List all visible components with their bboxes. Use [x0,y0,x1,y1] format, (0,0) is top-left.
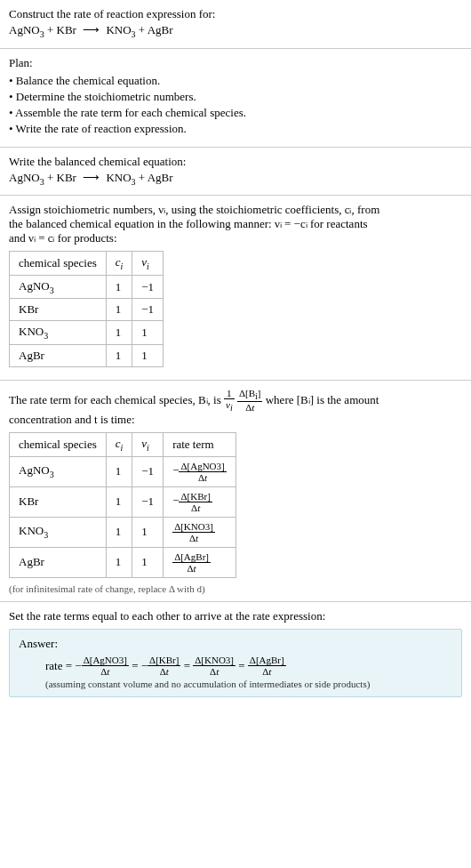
col-rate: rate term [164,433,236,457]
frac-num: Δ[KBr] [179,491,212,502]
final-section: Set the rate terms equal to each other t… [0,602,471,710]
species-cell: KBr [10,299,107,321]
table-header-row: chemical species ci νi [10,252,164,276]
plan-section: Plan: • Balance the chemical equation. •… [0,49,471,148]
table-row: AgBr 1 1 [10,344,164,366]
v-cell: 1 [132,344,164,366]
frac-den: Δt [148,666,180,677]
rate-frac: Δ[KBr]Δt [148,655,180,677]
v-cell: −1 [132,486,164,517]
plan-title: Plan: [9,56,462,70]
equals: = [184,658,194,671]
final-title: Set the rate terms equal to each other t… [9,609,462,623]
neg-sign: − [172,463,179,477]
plan-item: • Write the rate of reaction expression. [9,122,462,136]
v-cell: 1 [132,321,164,345]
c-cell: 1 [106,517,132,547]
col-c: ci [106,252,132,276]
stoich-intro-line: and νᵢ = cᵢ for products: [9,231,117,245]
species-cell: KNO3 [10,517,107,547]
plan-item: • Determine the stoichiometric numbers. [9,90,462,104]
rate-frac: Δ[AgNO3]Δt [82,655,129,677]
frac-num: Δ[AgNO3] [82,655,129,666]
equals: = [132,658,141,671]
frac-num: Δ[AgBr] [248,655,286,666]
rate-frac: Δ[AgBr]Δt [172,551,211,574]
frac-num: Δ[KBr] [148,655,180,666]
plan-list: • Balance the chemical equation. • Deter… [9,74,462,136]
frac-num: Δ[KNO3] [193,655,236,666]
frac-den: Δt [172,563,211,574]
col-species: chemical species [10,433,107,457]
answer-label: Answer: [19,637,452,651]
balanced-title: Write the balanced chemical equation: [9,155,462,169]
answer-box: Answer: rate = −Δ[AgNO3]Δt = −Δ[KBr]Δt =… [9,629,462,697]
table-row: KBr 1 −1 [10,299,164,321]
col-c: ci [106,433,132,457]
frac-den: Δt [193,666,236,677]
c-cell: 1 [106,456,132,486]
stoich-intro-line: the balanced chemical equation in the fo… [9,217,368,230]
c-cell: 1 [106,486,132,517]
v-cell: 1 [132,547,164,577]
c-cell: 1 [106,275,132,299]
frac-den: Δt [172,533,215,543]
rate-cell: −Δ[AgNO3]Δt [164,456,236,486]
neg-sign: − [75,658,81,671]
rate-frac: Δ[KNO3]Δt [193,655,236,677]
c-cell: 1 [106,344,132,366]
stoich-table: chemical species ci νi AgNO3 1 −1 KBr 1 … [9,251,164,367]
infinitesimal-note: (for infinitesimal rate of change, repla… [9,583,462,594]
rate-frac: Δ[AgNO3]Δt [179,461,226,483]
rateterm-intro-a: The rate term for each chemical species,… [9,393,224,406]
construct-prompt: Construct the rate of reaction expressio… [0,0,471,49]
balanced-equation: AgNO3 + KBr ⟶ KNO3 + AgBr [9,171,462,187]
rate-frac: Δ[KNO3]Δt [172,521,215,543]
stoich-section: Assign stoichiometric numbers, νᵢ, using… [0,196,471,381]
rateterm-intro: The rate term for each chemical species,… [9,388,462,413]
species-cell: AgBr [10,344,107,366]
dbi-dt-frac: Δ[Bi] Δt [237,388,263,413]
v-cell: −1 [132,456,164,486]
table-header-row: chemical species ci νi rate term [10,433,236,457]
unbalanced-equation: AgNO3 + KBr ⟶ KNO3 + AgBr [9,23,462,39]
stoich-intro: Assign stoichiometric numbers, νᵢ, using… [9,203,462,245]
rate-cell: −Δ[KBr]Δt [164,486,236,517]
plan-item: • Assemble the rate term for each chemic… [9,106,462,120]
rate-expression: rate = −Δ[AgNO3]Δt = −Δ[KBr]Δt = Δ[KNO3]… [19,655,452,677]
table-row: KBr 1 −1 −Δ[KBr]Δt [10,486,236,517]
neg-sign: − [172,494,179,507]
one-over-nu-frac: 1 νi [224,388,235,413]
table-row: AgBr 1 1 Δ[AgBr]Δt [10,547,236,577]
c-cell: 1 [106,547,132,577]
species-cell: KBr [10,486,107,517]
c-cell: 1 [106,299,132,321]
prompt-text: Construct the rate of reaction expressio… [9,7,462,21]
frac-den: νi [224,399,235,413]
table-row: KNO3 1 1 [10,321,164,345]
frac-num: Δ[AgBr] [172,551,211,563]
species-cell: AgNO3 [10,275,107,299]
species-cell: AgNO3 [10,456,107,486]
v-cell: 1 [132,517,164,547]
plan-item: • Balance the chemical equation. [9,74,462,88]
neg-sign: − [141,658,148,671]
rate-frac: Δ[KBr]Δt [179,491,212,513]
table-row: AgNO3 1 −1 −Δ[AgNO3]Δt [10,456,236,486]
species-cell: KNO3 [10,321,107,345]
table-row: KNO3 1 1 Δ[KNO3]Δt [10,517,236,547]
frac-den: Δt [179,472,226,483]
frac-den: Δt [179,502,212,513]
balanced-section: Write the balanced chemical equation: Ag… [0,148,471,197]
frac-den: Δt [82,666,129,677]
rate-cell: Δ[AgBr]Δt [164,547,236,577]
frac-num: Δ[AgNO3] [179,461,226,472]
frac-den: Δt [248,666,286,677]
rate-frac: Δ[AgBr]Δt [248,655,286,677]
rate-cell: Δ[KNO3]Δt [164,517,236,547]
c-cell: 1 [106,321,132,345]
stoich-intro-line: Assign stoichiometric numbers, νᵢ, using… [9,203,379,216]
v-cell: −1 [132,275,164,299]
frac-den: Δt [237,402,263,413]
col-species: chemical species [10,252,107,276]
